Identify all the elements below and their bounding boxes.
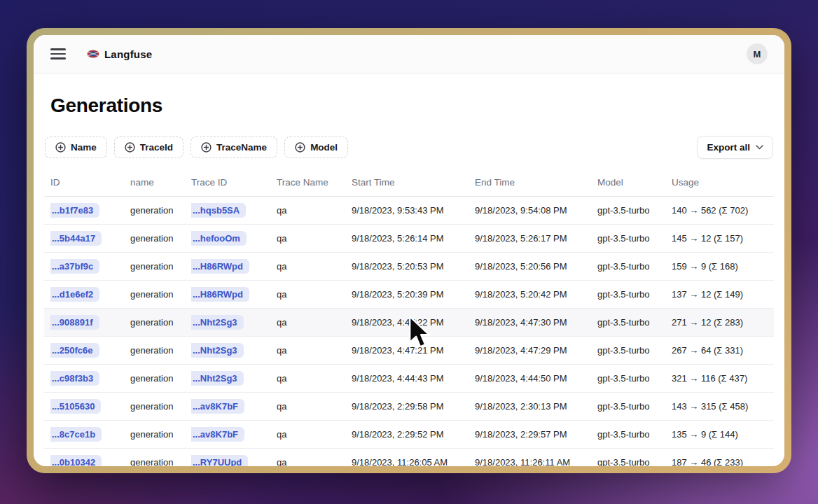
generation-id-link[interactable]: ...a37bf9c [50,259,99,274]
cell-trace-id: ...H86RWpd [191,259,277,274]
generation-id-link[interactable]: ...908891f [50,315,99,330]
cell-trace-id: ...Nht2Sg3 [191,343,277,358]
table-row[interactable]: ...908891fgeneration...Nht2Sg3qa9/18/202… [44,309,774,337]
generation-id-link[interactable]: ...8c7ce1b [50,427,102,442]
generation-id-link[interactable]: ...5b44a17 [50,231,102,246]
cell-name: generation [130,401,191,412]
column-header: Trace ID [191,177,277,188]
table-row[interactable]: ...0b10342generation...RY7UUpdqa9/18/202… [44,449,774,466]
cell-model: gpt-3.5-turbo [597,401,672,412]
cell-trace-name: qa [277,457,352,466]
trace-id-link[interactable]: ...Nht2Sg3 [191,315,244,330]
cell-trace-name: qa [277,401,352,412]
table-row[interactable]: ...5b44a17generation...hefooOmqa9/18/202… [44,225,774,253]
trace-id-link[interactable]: ...Nht2Sg3 [191,343,244,358]
table-row[interactable]: ...250fc6egeneration...Nht2Sg3qa9/18/202… [44,337,774,365]
cell-usage: 137 → 12 (Σ 149) [672,289,774,300]
cell-id: ...250fc6e [50,343,130,358]
cell-usage: 271 → 12 (Σ 283) [672,317,774,328]
generation-id-link[interactable]: ...b1f7e83 [50,203,99,218]
trace-id-link[interactable]: ...av8K7bF [191,427,244,442]
cell-id: ...d1e6ef2 [50,287,130,302]
brand[interactable]: Langfuse [87,48,152,60]
cell-end-time: 9/18/2023, 4:47:30 PM [475,317,597,328]
page-title: Generations [50,94,784,117]
cell-name: generation [130,345,191,356]
filter-button-model[interactable]: Model [284,136,348,158]
plus-circle-icon [55,142,66,153]
cell-trace-id: ...av8K7bF [191,399,277,414]
cell-trace-name: qa [277,345,352,356]
cell-model: gpt-3.5-turbo [597,205,672,216]
trace-id-link[interactable]: ...H86RWpd [191,287,249,302]
cell-start-time: 9/18/2023, 11:26:05 AM [352,457,475,466]
cell-usage: 321 → 116 (Σ 437) [672,373,774,384]
trace-id-link[interactable]: ...H86RWpd [191,259,249,274]
cell-name: generation [130,429,191,440]
table-row[interactable]: ...b1f7e83generation...hqsb5SAqa9/18/202… [44,197,774,225]
table-body: ...b1f7e83generation...hqsb5SAqa9/18/202… [44,197,774,466]
generation-id-link[interactable]: ...250fc6e [50,343,99,358]
menu-icon[interactable] [50,48,66,59]
trace-id-link[interactable]: ...Nht2Sg3 [191,371,244,386]
cell-name: generation [130,289,191,300]
cell-end-time: 9/18/2023, 5:20:56 PM [475,261,597,272]
cell-name: generation [130,261,191,272]
cell-end-time: 9/18/2023, 5:20:42 PM [475,289,597,300]
cell-id: ...a37bf9c [50,259,130,274]
table-row[interactable]: ...a37bf9cgeneration...H86RWpdqa9/18/202… [44,253,774,281]
export-all-button[interactable]: Export all [697,136,773,159]
cell-usage: 267 → 64 (Σ 331) [672,345,774,356]
cell-start-time: 9/18/2023, 5:20:39 PM [352,289,475,300]
cell-start-time: 9/18/2023, 2:29:52 PM [352,429,475,440]
generation-id-link[interactable]: ...5105630 [50,399,101,414]
cell-start-time: 9/18/2023, 4:47:22 PM [352,317,475,328]
cell-trace-name: qa [277,233,352,244]
cell-model: gpt-3.5-turbo [597,289,672,300]
trace-id-link[interactable]: ...RY7UUpd [191,455,248,466]
column-header: ID [50,177,130,188]
plus-circle-icon [295,142,305,153]
cell-trace-id: ...RY7UUpd [191,455,277,466]
filter-button-traceid[interactable]: TraceId [114,136,183,158]
cell-name: generation [130,317,191,328]
filter-button-tracename[interactable]: TraceName [190,136,277,158]
table-row[interactable]: ...c98f3b3generation...Nht2Sg3qa9/18/202… [44,365,774,393]
trace-id-link[interactable]: ...av8K7bF [191,399,244,414]
cell-start-time: 9/18/2023, 4:47:21 PM [352,345,475,356]
filter-bar: NameTraceIdTraceNameModel Export all [45,136,773,159]
table-row[interactable]: ...d1e6ef2generation...H86RWpdqa9/18/202… [44,281,774,309]
table-row[interactable]: ...8c7ce1bgeneration...av8K7bFqa9/18/202… [44,421,774,449]
cell-end-time: 9/18/2023, 4:47:29 PM [475,345,597,356]
generation-id-link[interactable]: ...d1e6ef2 [50,287,99,302]
cell-trace-id: ...hqsb5SA [191,203,277,218]
column-header: name [130,177,191,188]
cell-usage: 140 → 562 (Σ 702) [672,205,774,216]
cell-trace-id: ...Nht2Sg3 [191,315,277,330]
generation-id-link[interactable]: ...c98f3b3 [50,371,99,386]
cell-usage: 145 → 12 (Σ 157) [672,233,774,244]
filter-button-name[interactable]: Name [45,136,107,158]
langfuse-app: Langfuse M Generations NameTraceIdTraceN… [34,35,784,466]
cell-model: gpt-3.5-turbo [597,233,672,244]
cell-trace-id: ...H86RWpd [191,287,277,302]
column-header: Model [597,177,672,188]
brand-name: Langfuse [104,48,152,60]
cell-usage: 159 → 9 (Σ 168) [672,261,774,272]
cell-end-time: 9/18/2023, 2:29:57 PM [475,429,597,440]
generation-id-link[interactable]: ...0b10342 [50,455,102,466]
cell-end-time: 9/18/2023, 9:54:08 PM [475,205,597,216]
trace-id-link[interactable]: ...hqsb5SA [191,203,246,218]
table-row[interactable]: ...5105630generation...av8K7bFqa9/18/202… [44,393,774,421]
generations-table: IDnameTrace IDTrace NameStart TimeEnd Ti… [44,169,774,466]
cell-id: ...8c7ce1b [50,427,130,442]
filter-button-label: Model [310,142,338,153]
cell-trace-id: ...Nht2Sg3 [191,371,277,386]
cell-name: generation [130,205,191,216]
trace-id-link[interactable]: ...hefooOm [191,231,247,246]
cell-start-time: 9/18/2023, 5:20:53 PM [352,261,475,272]
cell-end-time: 9/18/2023, 5:26:17 PM [475,233,597,244]
cell-id: ...c98f3b3 [50,371,130,386]
cell-model: gpt-3.5-turbo [597,317,672,328]
user-avatar[interactable]: M [747,43,768,64]
